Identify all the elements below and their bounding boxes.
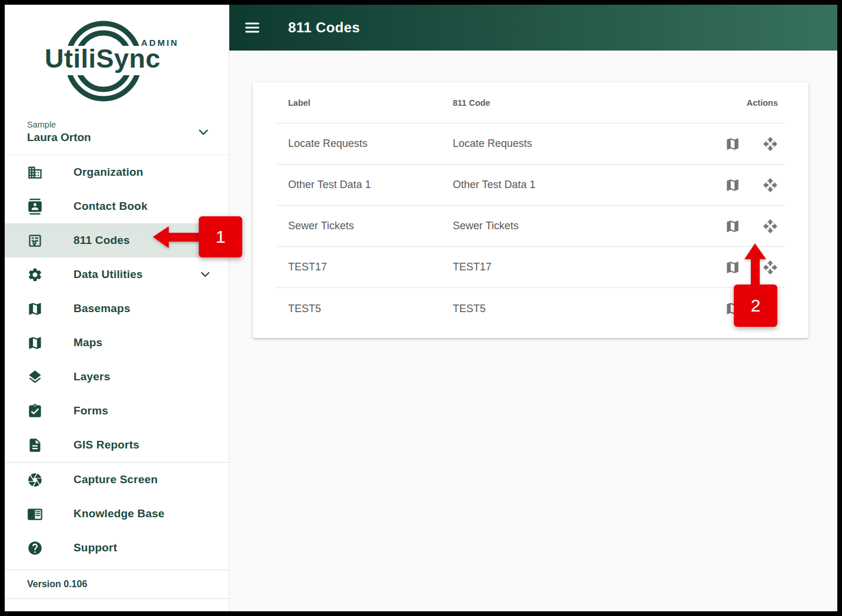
map-action-button[interactable] [725, 219, 740, 234]
sidebar-nav: Organization Contact Book 811 Codes Data… [5, 155, 229, 565]
sidebar-item-label: Organization [73, 166, 143, 179]
sidebar-item-basemaps[interactable]: Basemaps [5, 292, 229, 326]
column-header-811-code: 811 Code [453, 98, 690, 108]
page-title: 811 Codes [288, 19, 360, 36]
move-action-button[interactable] [763, 178, 778, 193]
annotation-arrow-1 [153, 226, 200, 248]
table-header-row: Label 811 Code Actions [276, 82, 785, 123]
sidebar-item-gis-reports[interactable]: GIS Reports [5, 428, 229, 462]
content-area: Label 811 Code Actions Locate Requests L… [229, 51, 837, 611]
sidebar-item-forms[interactable]: Forms [5, 394, 229, 428]
map-icon [27, 335, 43, 351]
map-action-button[interactable] [725, 260, 740, 275]
move-arrows-icon [763, 219, 778, 234]
sidebar-item-organization[interactable]: Organization [5, 155, 229, 189]
sidebar-item-knowledge-base[interactable]: Knowledge Base [5, 497, 229, 531]
codes-table-card: Label 811 Code Actions Locate Requests L… [253, 82, 808, 338]
sidebar-item-label: Layers [73, 370, 110, 383]
sidebar-item-label: Maps [73, 336, 102, 349]
row-label: Sewer Tickets [288, 220, 453, 232]
brand-logo: ADMIN UtiliSync [5, 5, 229, 109]
chevron-down-icon [198, 267, 212, 282]
contact-card-icon [27, 199, 43, 215]
column-header-actions: Actions [690, 98, 778, 108]
row-label: Locate Requests [288, 138, 453, 150]
menu-toggle-button[interactable] [244, 19, 260, 36]
table-row: TEST5 TEST5 [276, 288, 785, 329]
sidebar-item-label: Contact Book [73, 200, 148, 213]
column-header-label: Label [288, 98, 453, 108]
sidebar-item-data-utilities[interactable]: Data Utilities [5, 257, 229, 292]
map-action-button[interactable] [725, 178, 740, 193]
annotation-step-1-number: 1 [216, 227, 226, 247]
map-icon [725, 219, 740, 234]
building-icon [27, 165, 43, 180]
sidebar: ADMIN UtiliSync Sample Laura Orton Organ… [5, 5, 229, 611]
row-label: TEST17 [288, 261, 453, 273]
map-icon [725, 136, 740, 152]
annotation-step-2: 2 [734, 284, 777, 327]
row-811-code: Locate Requests [453, 138, 690, 150]
brand-name: UtiliSync [45, 43, 161, 74]
row-811-code: TEST5 [453, 303, 690, 315]
table-row: TEST17 TEST17 [276, 247, 785, 288]
move-action-button[interactable] [763, 219, 778, 234]
chevron-down-icon [196, 125, 211, 140]
map-action-button[interactable] [725, 136, 740, 152]
table-row: Locate Requests Locate Requests [276, 123, 785, 165]
list-location-icon [27, 233, 43, 249]
app-header: 811 Codes [229, 5, 837, 51]
annotation-step-1: 1 [199, 216, 242, 257]
move-action-button[interactable] [763, 136, 778, 152]
sidebar-item-capture-screen[interactable]: Capture Screen [5, 463, 229, 497]
sidebar-item-label: Knowledge Base [73, 507, 165, 520]
hamburger-icon [244, 19, 260, 36]
sidebar-item-label: Data Utilities [73, 268, 143, 281]
sidebar-item-support[interactable]: Support [5, 531, 229, 565]
row-label: TEST5 [288, 303, 453, 315]
help-icon [27, 540, 43, 556]
row-actions [690, 136, 778, 152]
row-811-code: Sewer Tickets [453, 220, 690, 232]
gear-icon [27, 267, 43, 283]
row-actions [690, 178, 778, 193]
sidebar-item-label: GIS Reports [73, 438, 139, 451]
annotation-arrow-2 [744, 243, 766, 286]
annotation-step-2-number: 2 [751, 296, 761, 316]
row-811-code: Other Test Data 1 [453, 179, 690, 191]
account-org: Sample [27, 120, 91, 129]
table-row: Other Test Data 1 Other Test Data 1 [276, 165, 785, 206]
sidebar-item-contact-book[interactable]: Contact Book [5, 189, 229, 223]
sidebar-item-label: 811 Codes [73, 234, 130, 247]
account-switcher[interactable]: Sample Laura Orton [5, 109, 229, 155]
reader-icon [27, 506, 43, 522]
move-arrows-icon [763, 136, 778, 152]
table-row: Sewer Tickets Sewer Tickets [276, 206, 785, 247]
move-arrows-icon [763, 178, 778, 193]
sidebar-item-label: Basemaps [73, 302, 131, 315]
map-icon [725, 260, 740, 275]
map-icon [725, 178, 740, 193]
sidebar-item-label: Forms [73, 404, 108, 417]
basemap-icon [27, 301, 43, 317]
sidebar-item-label: Capture Screen [73, 473, 158, 486]
app-window: ADMIN UtiliSync Sample Laura Orton Organ… [0, 0, 842, 616]
shutter-icon [27, 472, 43, 488]
row-actions [690, 219, 778, 234]
document-icon [27, 437, 43, 453]
account-user-name: Laura Orton [27, 131, 91, 144]
row-811-code: TEST17 [453, 261, 690, 273]
version-label: Version 0.106 [5, 570, 229, 599]
sidebar-item-layers[interactable]: Layers [5, 360, 229, 394]
layers-icon [27, 369, 43, 385]
sidebar-item-maps[interactable]: Maps [5, 326, 229, 360]
sidebar-item-label: Support [73, 541, 117, 554]
clipboard-check-icon [27, 403, 43, 419]
row-label: Other Test Data 1 [288, 179, 453, 191]
